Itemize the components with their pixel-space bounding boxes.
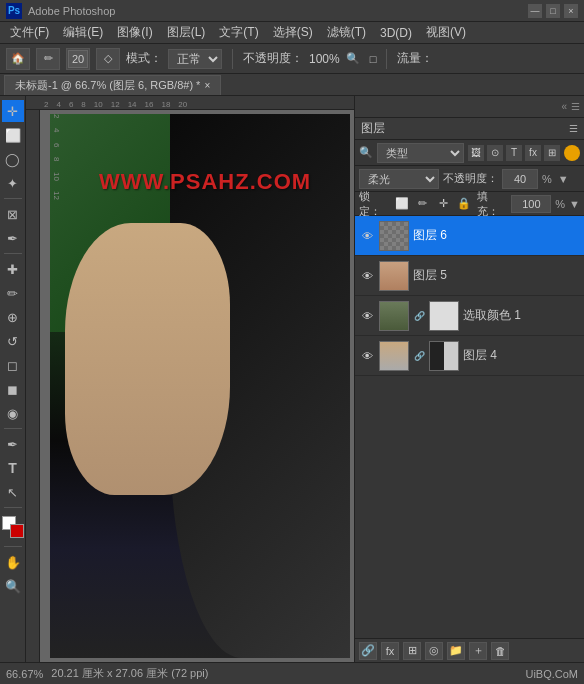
- panel-collapse-btn[interactable]: «: [561, 101, 567, 112]
- layers-panel: 图层 ☰ 🔍 类型 🖼 ⊙ T fx ⊞: [355, 118, 584, 662]
- brush-options-btn[interactable]: ✏: [36, 48, 60, 70]
- layer-item-selectcolor1[interactable]: 👁 🔗 选取颜色 1: [355, 296, 584, 336]
- menu-text[interactable]: 文字(T): [213, 22, 264, 43]
- layer-item-4[interactable]: 👁 🔗 图层 4: [355, 336, 584, 376]
- add-mask-btn[interactable]: ⊞: [403, 642, 421, 660]
- lock-transparent-btn[interactable]: ⬜: [394, 195, 411, 213]
- eyedropper-tool[interactable]: ✒: [2, 227, 24, 249]
- ruler-tick: 14: [124, 100, 141, 109]
- zoom-tool[interactable]: 🔍: [2, 575, 24, 597]
- opacity-input[interactable]: [502, 169, 538, 189]
- text-tool[interactable]: T: [2, 457, 24, 479]
- layer-selectcolor-name: 选取颜色 1: [463, 307, 580, 324]
- delete-layer-btn[interactable]: 🗑: [491, 642, 509, 660]
- brush-tool[interactable]: ✏: [2, 282, 24, 304]
- thumb-selectcolor: [380, 302, 408, 330]
- layer-selectcolor-link[interactable]: 🔗: [413, 310, 425, 322]
- watermark: WWW.PSAHZ.COM: [70, 169, 340, 195]
- color-picker[interactable]: [2, 516, 24, 538]
- site-watermark: UiBQ.CoM: [525, 668, 578, 680]
- panel-controls: ☰: [569, 123, 578, 134]
- menu-layer[interactable]: 图层(L): [161, 22, 212, 43]
- blur-tool[interactable]: ◉: [2, 402, 24, 424]
- tab-label: 未标题-1 @ 66.7% (图层 6, RGB/8#) *: [15, 78, 200, 93]
- ps-icon: Ps: [6, 3, 22, 19]
- lock-paint-btn[interactable]: ✏: [414, 195, 431, 213]
- opacity-arrow[interactable]: ▼: [558, 173, 569, 185]
- filter-effect-icon[interactable]: fx: [525, 145, 541, 161]
- layer-item-6[interactable]: 👁 图层 6: [355, 216, 584, 256]
- document-size: 20.21 厘米 x 27.06 厘米 (72 ppi): [51, 666, 208, 681]
- filter-text-icon[interactable]: T: [506, 145, 522, 161]
- fill-input[interactable]: [511, 195, 551, 213]
- menu-select[interactable]: 选择(S): [267, 22, 319, 43]
- canvas-content[interactable]: WWW.PSAHZ.COM 24681012: [40, 110, 354, 662]
- filter-smart-icon[interactable]: ⊞: [544, 145, 560, 161]
- title-bar-left: Ps Adobe Photoshop: [6, 3, 115, 19]
- add-layer-btn[interactable]: ＋: [469, 642, 487, 660]
- clone-tool[interactable]: ⊕: [2, 306, 24, 328]
- hand-tool[interactable]: ✋: [2, 551, 24, 573]
- thumb-checker-6: [380, 222, 408, 250]
- lock-bar: 锁定： ⬜ ✏ ✛ 🔒 填充： % ▼: [355, 192, 584, 216]
- link-layers-btn[interactable]: 🔗: [359, 642, 377, 660]
- layer-6-visibility[interactable]: 👁: [359, 228, 375, 244]
- tab-close-btn[interactable]: ×: [204, 80, 210, 91]
- menu-3d[interactable]: 3D(D): [374, 24, 418, 42]
- add-group-btn[interactable]: 📁: [447, 642, 465, 660]
- crop-tool[interactable]: ⊠: [2, 203, 24, 225]
- magic-wand-tool[interactable]: ✦: [2, 172, 24, 194]
- home-btn[interactable]: 🏠: [6, 48, 30, 70]
- layer-6-thumb: [379, 221, 409, 251]
- minimize-button[interactable]: —: [528, 4, 542, 18]
- ruler-tick: 10: [90, 100, 107, 109]
- maximize-button[interactable]: □: [546, 4, 560, 18]
- layer-4-link[interactable]: 🔗: [413, 350, 425, 362]
- menu-view[interactable]: 视图(V): [420, 22, 472, 43]
- layer-selectcolor-visibility[interactable]: 👁: [359, 308, 375, 324]
- add-adjustment-btn[interactable]: ◎: [425, 642, 443, 660]
- pen-tool[interactable]: ✒: [2, 433, 24, 455]
- blend-mode-select[interactable]: 柔光: [359, 169, 439, 189]
- healing-tool[interactable]: ✚: [2, 258, 24, 280]
- close-button[interactable]: ×: [564, 4, 578, 18]
- panel-menu-btn[interactable]: ☰: [571, 101, 580, 112]
- menu-file[interactable]: 文件(F): [4, 22, 55, 43]
- menu-image[interactable]: 图像(I): [111, 22, 158, 43]
- panel-top-bar: « ☰: [355, 96, 584, 118]
- layer-5-thumb: [379, 261, 409, 291]
- mode-label: 模式：: [126, 50, 162, 67]
- brush-size-btn[interactable]: [66, 48, 90, 70]
- filter-adjust-icon[interactable]: ⊙: [487, 145, 503, 161]
- menu-filter[interactable]: 滤镜(T): [321, 22, 372, 43]
- panel-menu-icon[interactable]: ☰: [569, 123, 578, 134]
- filter-pixel-icon[interactable]: 🖼: [468, 145, 484, 161]
- filter-toggle[interactable]: [564, 145, 580, 161]
- history-brush-tool[interactable]: ↺: [2, 330, 24, 352]
- eraser-tool[interactable]: ◻: [2, 354, 24, 376]
- gradient-tool[interactable]: ◼: [2, 378, 24, 400]
- brush-size-input[interactable]: [68, 50, 88, 68]
- ruler-tick: 16: [141, 100, 158, 109]
- mode-select[interactable]: 正常: [168, 49, 222, 69]
- lasso-tool[interactable]: ◯: [2, 148, 24, 170]
- fill-arrow[interactable]: ▼: [569, 198, 580, 210]
- layer-item-5[interactable]: 👁 图层 5: [355, 256, 584, 296]
- background-color[interactable]: [10, 524, 24, 538]
- menu-edit[interactable]: 编辑(E): [57, 22, 109, 43]
- marquee-tool[interactable]: ⬜: [2, 124, 24, 146]
- layer-5-visibility[interactable]: 👁: [359, 268, 375, 284]
- document-tab[interactable]: 未标题-1 @ 66.7% (图层 6, RGB/8#) * ×: [4, 75, 221, 95]
- move-tool[interactable]: ✛: [2, 100, 24, 122]
- ruler-tick: 8: [77, 100, 89, 109]
- path-select-tool[interactable]: ↖: [2, 481, 24, 503]
- fx-btn[interactable]: fx: [381, 642, 399, 660]
- ruler-tick: 20: [174, 100, 191, 109]
- lock-all-btn[interactable]: 🔒: [456, 195, 473, 213]
- ruler-tick: 4: [52, 100, 64, 109]
- lock-move-btn[interactable]: ✛: [435, 195, 452, 213]
- title-bar-controls[interactable]: — □ ×: [528, 4, 578, 18]
- brush-shape-btn[interactable]: ◇: [96, 48, 120, 70]
- filter-type-select[interactable]: 类型: [377, 143, 464, 163]
- layer-4-visibility[interactable]: 👁: [359, 348, 375, 364]
